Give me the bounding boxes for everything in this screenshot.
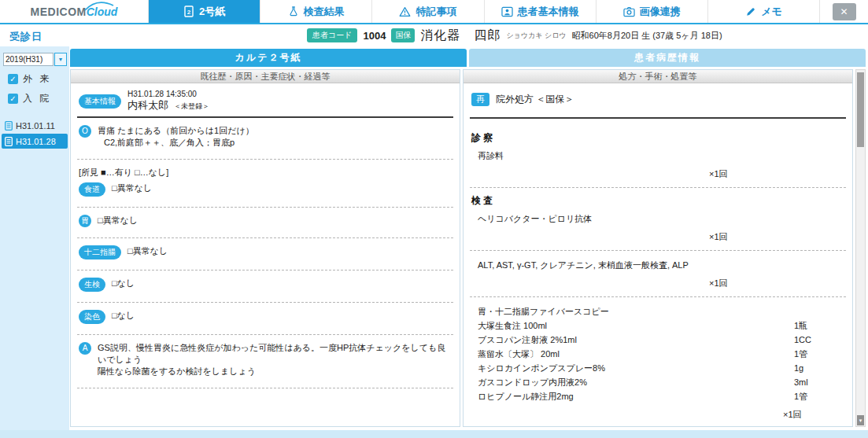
karte-entry-staining: 染色 □なし: [77, 303, 453, 335]
patient-info-bar: 患者コード 1004 国保 消化器 四郎 ショウカキ シロウ 昭和60年8月20…: [69, 24, 868, 46]
entry-text: □異常なし: [112, 182, 453, 194]
tab-byoreki-joho[interactable]: 患者病歴情報: [469, 49, 866, 67]
visit-date-label: H31.01.28: [16, 137, 56, 146]
item-quantity: [794, 149, 846, 162]
entry-text: C2,前庭部＋＋、底／角入；胃底p: [98, 137, 453, 149]
karte-entry-stomach: 胃 □異常なし: [77, 208, 453, 238]
file-icon: [5, 137, 13, 146]
doctor-note: ＜未登録＞: [174, 102, 209, 110]
karte-entry-biopsy: 生検 □なし: [77, 271, 453, 303]
entry-text: □異常なし: [127, 245, 453, 257]
chevron-down-icon[interactable]: ▼: [54, 53, 67, 66]
history-column-header: 既往歴・原因・主要症状・経過等: [71, 70, 460, 83]
app-window: MEDICOM Cloud 2 2号紙 検査結果 特記事項 患者基本情報 画像連…: [0, 0, 868, 438]
patient-name: 消化器 四郎: [420, 28, 500, 44]
item-quantity: 1管: [794, 390, 846, 403]
revisit-badge: 再: [471, 93, 489, 106]
order-item: ロヒプノール静注用2mg1管: [471, 388, 846, 403]
main-panel: 患者コード 1004 国保 消化器 四郎 ショウカキ シロウ 昭和60年8月20…: [69, 24, 868, 430]
nav-close-area: ✕: [819, 0, 868, 23]
checkbox-checked-icon[interactable]: ✓: [8, 94, 18, 104]
svg-text:2: 2: [187, 9, 191, 16]
year-select-value[interactable]: 2019(H31): [3, 53, 54, 66]
item-quantity: 3ml: [794, 376, 846, 388]
top-nav: MEDICOM Cloud 2 2号紙 検査結果 特記事項 患者基本情報 画像連…: [0, 0, 868, 24]
filter-label: 外 来: [23, 72, 51, 86]
nav-tab-gazo-renkei[interactable]: 画像連携: [596, 0, 707, 23]
sidebar-title: 受診日: [0, 24, 69, 46]
section-count: ×1回: [471, 168, 846, 180]
karte-entry-duodenum: 十二指腸 □異常なし: [77, 238, 453, 271]
tab-karte-2goshi[interactable]: カルテ２号紙: [70, 49, 467, 67]
entry-badge: 染色: [79, 310, 105, 324]
file-icon: [5, 121, 13, 131]
order-item: キシロカインポンプスプレー8%1g: [471, 360, 846, 374]
filter-label: 入 院: [23, 92, 51, 105]
filter-outpatient[interactable]: ✓ 外 来: [8, 72, 69, 86]
order-item: ヘリコバクター・ピロリ抗体: [471, 211, 846, 225]
item-quantity: 1管: [794, 348, 846, 360]
visit-date-item[interactable]: H31.01.11: [2, 118, 68, 133]
nav-tab-kensa-kekka[interactable]: 検査結果: [260, 0, 371, 23]
visit-date-label: H31.01.11: [16, 121, 55, 131]
checkbox-checked-icon[interactable]: ✓: [8, 74, 18, 84]
entry-text: 胃痛 たまにある（前回からは1回だけ）: [98, 125, 453, 137]
karte-entry-esophagus: [所見 ■…有り □…なし] 食道 □異常なし: [77, 160, 453, 208]
orders-column-body: 再 院外処方 ＜国保＞ 診 察 再診料 ×1回 検 査 ヘリコバクター・ピロリ抗…: [464, 83, 852, 426]
document-2-icon: 2: [183, 6, 194, 17]
vertical-scrollbar[interactable]: ▼: [855, 69, 866, 427]
entry-text: 陽性なら除菌をするか検討をしましょう: [98, 366, 453, 377]
content-area: 受診日 2019(H31) ▼ ✓ 外 来 ✓ 入 院 H31.01: [0, 24, 868, 430]
scrollbar-thumb[interactable]: [857, 72, 864, 147]
scrollbar-down-icon[interactable]: ▼: [857, 415, 864, 425]
item-quantity: [794, 305, 846, 318]
basic-info-badge: 基本情報: [79, 94, 121, 109]
nav-tab-label: 特記事項: [416, 5, 456, 19]
item-quantity: 1g: [794, 362, 846, 374]
content-tab-bar: カルテ２号紙 患者病歴情報: [70, 49, 866, 67]
nav-tab-2goshi[interactable]: 2 2号紙: [148, 0, 260, 23]
karte-columns: 既往歴・原因・主要症状・経過等 基本情報 H31.01.28 14:35:00 …: [70, 69, 866, 427]
nav-tab-label: 画像連携: [640, 5, 681, 19]
item-quantity: [794, 212, 846, 225]
entry-badge: O: [79, 125, 91, 138]
section-title: 診 察: [471, 131, 846, 145]
order-item: ALT, AST, γ-GT, クレアチニン, 末梢血液一般検査, ALP: [471, 257, 846, 271]
order-section-shinsatsu: 診 察 再診料 ×1回: [470, 119, 846, 188]
entry-badge: A: [79, 342, 91, 355]
filter-inpatient[interactable]: ✓ 入 院: [8, 92, 69, 105]
entry-text: GS説明、慢性胃炎に急性炎症が加わった可能性はある。一度HP抗体チェックをしても…: [98, 342, 453, 366]
logo-text-medicom: MEDICOM: [31, 6, 87, 18]
karte-basic-info: 基本情報 H31.01.28 14:35:00 内科太郎＜未登録＞: [77, 88, 453, 118]
nav-tab-tokki-jiko[interactable]: 特記事項: [371, 0, 483, 23]
patient-card-icon: [501, 6, 513, 17]
footer-strip: [0, 430, 868, 438]
order-section-kensa: 検 査 ヘリコバクター・ピロリ抗体 ×1回: [470, 188, 846, 251]
nav-tab-label: 2号紙: [199, 5, 225, 19]
order-item: 胃・十二指腸ファイバースコピー: [471, 304, 846, 318]
year-select: 2019(H31) ▼: [3, 53, 67, 66]
close-icon[interactable]: ✕: [833, 3, 856, 20]
warning-triangle-icon: [399, 6, 411, 17]
patient-kana: ショウカキ シロウ: [506, 31, 566, 41]
nav-tab-kanja-kihon-joho[interactable]: 患者基本情報: [484, 0, 596, 23]
history-column: 既往歴・原因・主要症状・経過等 基本情報 H31.01.28 14:35:00 …: [70, 69, 460, 427]
order-item: 蒸留水〔大塚〕 20ml1管: [471, 346, 846, 360]
section-count: ×1回: [471, 278, 846, 289]
prescription-type: 院外処方 ＜国保＞: [496, 93, 574, 106]
patient-birthdate: 昭和60年8月20日 生 (37歳 5ヶ月 18日): [572, 30, 722, 42]
order-section-endoscopy: 胃・十二指腸ファイバースコピー 大塚生食注 100ml1瓶 ブスコパン注射液 2…: [470, 297, 846, 426]
visit-date-item-selected[interactable]: H31.01.28: [2, 134, 68, 149]
sidebar-body: 2019(H31) ▼ ✓ 外 来 ✓ 入 院 H31.01.11: [0, 46, 69, 430]
orders-column: 処方・手術・処置等 再 院外処方 ＜国保＞ 診 察 再診料 ×1回 検 査: [463, 69, 853, 427]
flask-icon: [288, 6, 299, 17]
pencil-icon: [745, 6, 756, 17]
entry-badge: 十二指腸: [79, 245, 121, 259]
item-quantity: 1瓶: [794, 319, 846, 332]
entry-text: □異常なし: [98, 215, 453, 226]
camera-icon: [623, 6, 635, 17]
patient-code: 1004: [363, 30, 386, 42]
visit-date-list: H31.01.11 H31.01.28: [0, 118, 69, 149]
karte-datetime: H31.01.28 14:35:00: [127, 90, 209, 98]
nav-tab-memo[interactable]: メモ: [707, 0, 819, 23]
